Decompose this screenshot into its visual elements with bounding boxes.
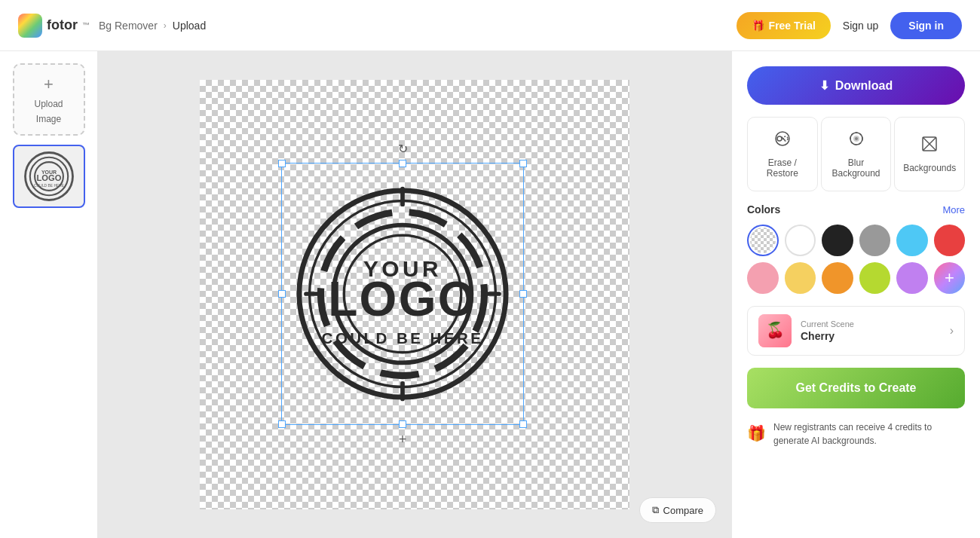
blur-background-button[interactable]: Blur Background bbox=[821, 117, 892, 191]
logo[interactable]: fotor™ bbox=[18, 14, 90, 38]
logo-tm: ™ bbox=[82, 21, 90, 29]
scene-info: Current Scene Cherry bbox=[801, 319, 854, 342]
breadcrumb-bg-remover[interactable]: Bg Remover bbox=[99, 20, 158, 32]
svg-text:COULD BE HERE: COULD BE HERE bbox=[322, 329, 484, 347]
scene-left: 🍒 Current Scene Cherry bbox=[758, 314, 854, 347]
svg-point-23 bbox=[855, 137, 858, 140]
more-colors-link[interactable]: More bbox=[942, 204, 965, 216]
logo-text: fotor bbox=[47, 17, 78, 33]
signup-button[interactable]: Sign up bbox=[843, 20, 878, 32]
colors-row-1 bbox=[747, 225, 965, 256]
erase-icon bbox=[773, 130, 792, 151]
blur-label: Blur Background bbox=[831, 157, 880, 179]
color-green[interactable] bbox=[859, 262, 891, 294]
credits-info-icon: 🎁 bbox=[747, 422, 766, 445]
color-blue[interactable] bbox=[896, 225, 928, 256]
canvas-container: YOUR LOGO COULD BE HERE ↻ bbox=[200, 80, 629, 509]
colors-section: Colors More + bbox=[747, 203, 965, 294]
free-trial-button[interactable]: Free Trial bbox=[737, 12, 831, 39]
colors-label: Colors bbox=[747, 203, 780, 216]
blur-icon bbox=[847, 130, 865, 151]
backgrounds-icon bbox=[920, 135, 939, 157]
scene-thumb-svg: 🍒 bbox=[758, 314, 792, 347]
svg-text:LOGO: LOGO bbox=[36, 173, 61, 182]
breadcrumb-separator: › bbox=[164, 20, 167, 31]
image-thumbnail[interactable]: YOUR LOGO COULD BE HERE bbox=[13, 145, 85, 208]
color-orange[interactable] bbox=[822, 262, 853, 294]
scene-chevron-icon: › bbox=[950, 324, 954, 338]
breadcrumb-upload: Upload bbox=[173, 20, 206, 32]
sidebar: + Upload Image YOUR LOGO COULD BE HERE bbox=[0, 51, 98, 538]
get-credits-button[interactable]: Get Credits to Create bbox=[747, 368, 965, 408]
color-yellow[interactable] bbox=[785, 262, 816, 294]
colors-header: Colors More bbox=[747, 203, 965, 216]
svg-text:LOGO: LOGO bbox=[328, 272, 477, 326]
credits-info-text: New registrants can receive 4 credits to… bbox=[773, 420, 965, 448]
color-black[interactable] bbox=[822, 225, 853, 256]
colors-row-2: + bbox=[747, 262, 965, 294]
header-left: fotor™ Bg Remover › Upload bbox=[18, 14, 206, 38]
compare-label: Compare bbox=[663, 505, 703, 516]
scene-card[interactable]: 🍒 Current Scene Cherry › bbox=[747, 306, 965, 356]
download-icon: ⬇ bbox=[819, 78, 829, 93]
credits-info: 🎁 New registrants can receive 4 credits … bbox=[747, 420, 965, 448]
header: fotor™ Bg Remover › Upload Free Trial Si… bbox=[0, 0, 980, 51]
add-color-button[interactable]: + bbox=[934, 262, 965, 294]
scene-name-small: Current Scene bbox=[801, 319, 854, 329]
color-purple[interactable] bbox=[896, 262, 928, 294]
canvas-area: YOUR LOGO COULD BE HERE ↻ bbox=[98, 51, 731, 538]
header-right: Free Trial Sign up Sign in bbox=[737, 12, 962, 39]
upload-image-button[interactable]: + Upload Image bbox=[13, 63, 85, 136]
scene-name-big: Cherry bbox=[801, 330, 854, 342]
right-panel: ⬇ Download Erase / Restore bbox=[731, 51, 980, 538]
color-white[interactable] bbox=[785, 225, 816, 256]
main-layout: + Upload Image YOUR LOGO COULD BE HERE bbox=[0, 51, 980, 538]
colors-grid: + bbox=[747, 225, 965, 294]
color-gray[interactable] bbox=[859, 225, 891, 256]
signin-button[interactable]: Sign in bbox=[890, 12, 962, 39]
tools-row: Erase / Restore Blur Background bbox=[747, 117, 965, 191]
compare-button[interactable]: ⧉ Compare bbox=[639, 497, 716, 523]
upload-plus-icon: + bbox=[44, 75, 54, 94]
download-button[interactable]: ⬇ Download bbox=[747, 66, 965, 105]
scene-thumbnail: 🍒 bbox=[758, 314, 792, 347]
backgrounds-label: Backgrounds bbox=[903, 163, 956, 173]
logo-svg-container[interactable]: YOUR LOGO COULD BE HERE bbox=[281, 163, 524, 425]
logo-main-svg: YOUR LOGO COULD BE HERE bbox=[289, 173, 516, 414]
logo-icon bbox=[18, 14, 42, 38]
color-pink[interactable] bbox=[747, 262, 779, 294]
svg-text:COULD BE HERE: COULD BE HERE bbox=[34, 184, 65, 188]
upload-label-line1: Upload bbox=[34, 99, 63, 109]
svg-point-19 bbox=[777, 136, 782, 141]
upload-label-line2: Image bbox=[36, 114, 61, 124]
backgrounds-button[interactable]: Backgrounds bbox=[894, 117, 965, 191]
breadcrumb: Bg Remover › Upload bbox=[99, 20, 206, 32]
compare-icon: ⧉ bbox=[652, 504, 659, 516]
download-label: Download bbox=[835, 79, 893, 93]
erase-restore-button[interactable]: Erase / Restore bbox=[747, 117, 818, 191]
erase-label: Erase / Restore bbox=[767, 157, 798, 179]
thumbnail-logo-svg: YOUR LOGO COULD BE HERE bbox=[23, 150, 75, 203]
svg-text:🍒: 🍒 bbox=[766, 321, 785, 339]
color-red[interactable] bbox=[934, 225, 966, 256]
color-transparent[interactable] bbox=[747, 225, 779, 256]
